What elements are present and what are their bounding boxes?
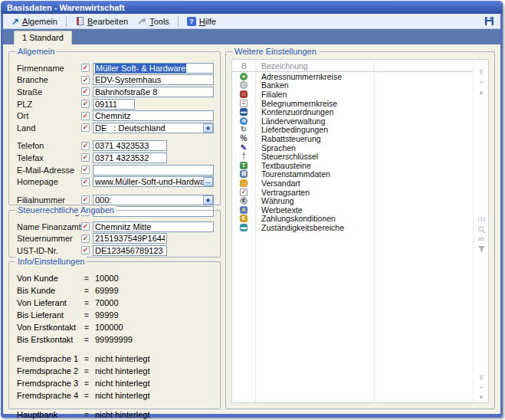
list-item[interactable]: ✎Sprachen	[232, 143, 473, 153]
dropdown-spinner-icon[interactable]: ◆	[203, 123, 213, 133]
edit-check-icon[interactable]: ✓	[81, 76, 90, 84]
list-item[interactable]: →Versandart	[232, 179, 473, 188]
menu-tools[interactable]: Tools	[133, 15, 173, 28]
search-icon[interactable]	[474, 225, 489, 236]
field-value: www.Müller-Soft-und-Hardware.de	[95, 177, 203, 186]
scroll-down-icon[interactable]: ▼	[474, 394, 489, 402]
list-item[interactable]: ⊕Länderverwaltung	[232, 116, 473, 126]
scroll-top-icon[interactable]: ⊼	[474, 69, 489, 77]
window-titlebar[interactable]: Basisdaten - Warenwirtschaft	[1, 1, 503, 14]
row-up-icon[interactable]: +	[474, 79, 489, 87]
text-field[interactable]: 2151937549P1644	[93, 233, 167, 244]
list-item[interactable]: ▬Zuständigkeitsbereiche	[232, 223, 473, 232]
text-field[interactable]: Müller Soft- & Hardware	[93, 63, 214, 74]
dropdown-spinner-icon[interactable]: ◆	[203, 195, 213, 205]
text-field[interactable]: Chemnitz	[93, 110, 214, 121]
save-button[interactable]	[482, 15, 496, 28]
list-item-icon-cell: ⊞	[232, 170, 255, 178]
list-item-icon-cell: †	[232, 153, 255, 160]
filter-icon[interactable]	[474, 245, 489, 255]
list-item[interactable]: ▬Kontenzuordnungen	[232, 107, 473, 116]
edit-check-icon[interactable]: ✓	[81, 142, 90, 150]
field-label: Name Finanzamt	[17, 222, 81, 231]
dropdown-field[interactable]: 000:◆	[93, 195, 214, 205]
text-blocks-icon: T	[240, 162, 248, 169]
edit-check-icon[interactable]: ✓	[81, 222, 90, 231]
field-value: EDV-Systemhaus	[95, 75, 212, 84]
info-label: Von Erstkontakt	[17, 323, 84, 332]
wrench-icon	[137, 16, 146, 27]
field-label: Homepage	[17, 177, 81, 186]
scroll-up-icon[interactable]: ▲	[474, 89, 489, 97]
list-item[interactable]: ✓Vertragsarten	[232, 188, 473, 197]
field-value: 2151937549P1644	[95, 234, 165, 243]
list-item[interactable]: ≡Belegnummernkreise	[232, 99, 473, 108]
text-field[interactable]: Chemnitz Mitte	[93, 221, 214, 232]
address-ranges-icon: ●	[240, 73, 248, 80]
group-allgemein: Allgemein Firmenname✓Müller Soft- & Hard…	[8, 51, 221, 205]
edit-check-icon[interactable]: ✓	[81, 112, 90, 120]
info-row: Von Lieferant=70000	[17, 297, 214, 309]
column-header-b[interactable]: B	[232, 61, 255, 71]
info-value: 70000	[95, 298, 214, 307]
ad-texts-icon: A	[240, 206, 248, 214]
edit-check-icon[interactable]: ✓	[81, 64, 90, 72]
text-field[interactable]: 09111	[93, 99, 135, 110]
list-item[interactable]: €Zahlungskonditionen	[232, 215, 473, 224]
info-label: Von Lieferant	[17, 298, 84, 307]
text-field[interactable]: DE123456789123	[93, 245, 167, 256]
sort-icon[interactable]: ab	[474, 235, 489, 243]
edit-check-icon[interactable]: ✓	[81, 153, 90, 162]
column-header-bezeichnung[interactable]: Bezeichnung	[255, 61, 308, 71]
text-field[interactable]: EDV-Systemhaus	[93, 74, 214, 85]
notepad-icon	[75, 16, 84, 27]
count-icon[interactable]: (1)	[474, 215, 489, 223]
equals-sign: =	[84, 336, 95, 344]
row-down-icon[interactable]: +	[474, 384, 489, 392]
account-mapping-icon: ▬	[240, 108, 248, 116]
equals-sign: =	[84, 274, 95, 283]
edit-check-icon[interactable]: ✓	[81, 87, 90, 96]
edit-check-icon[interactable]: ✓	[81, 178, 90, 186]
info-label: Hauptbank	[17, 410, 84, 419]
list-item[interactable]: ⌂Filialen	[232, 90, 473, 99]
list-item-label: Rabattsteuerung	[255, 134, 321, 143]
list-item[interactable]: ◎Banken	[232, 81, 473, 90]
edit-check-icon[interactable]: ✓	[81, 235, 90, 243]
text-field[interactable]: 0371 4323532	[93, 153, 167, 163]
text-field[interactable]	[93, 165, 214, 176]
window-title: Basisdaten - Warenwirtschaft	[7, 3, 125, 12]
list-item-label: Sprachen	[255, 143, 296, 153]
list-item[interactable]: ↻Lieferbedingungen	[232, 126, 473, 135]
edit-check-icon[interactable]: ✓	[81, 123, 90, 132]
list-item[interactable]: %Rabattsteuerung	[232, 134, 473, 143]
menu-bearbeiten[interactable]: Bearbeiten	[71, 15, 132, 28]
dropdown-field[interactable]: DE : Deutschland◆	[93, 123, 214, 133]
scroll-bottom-icon[interactable]: ⊻	[474, 374, 489, 382]
menu-hilfe[interactable]: ? Hilfe	[183, 16, 220, 27]
text-field[interactable]: Bahnhofstraße 8	[93, 87, 214, 97]
edit-check-icon[interactable]: ✓	[81, 100, 90, 108]
row-spacer	[17, 188, 214, 194]
edit-check-icon[interactable]: ✓	[81, 166, 90, 174]
link-field[interactable]: www.Müller-Soft-und-Hardware.de→	[93, 176, 214, 187]
list-item[interactable]: †Steuerschlüssel	[232, 152, 473, 161]
list-item-label: Versandart	[255, 179, 300, 188]
list-header[interactable]: B Bezeichnung	[232, 60, 473, 72]
equals-sign: =	[84, 287, 95, 295]
list-item[interactable]: TTextbausteine	[232, 161, 473, 170]
contract-types-icon: ✓	[240, 189, 248, 196]
tab-standard[interactable]: 1 Standard	[14, 31, 72, 44]
list-item[interactable]: €Währung	[232, 196, 473, 205]
edit-check-icon[interactable]: ✓	[81, 195, 90, 204]
info-value: nicht hinterlegt	[95, 354, 214, 363]
list-item[interactable]: ⊞Tourenstammdaten	[232, 170, 473, 179]
field-label: Telefax	[17, 153, 81, 162]
open-link-icon[interactable]: →	[203, 177, 213, 186]
menu-allgemein[interactable]: ↗ Algemein	[8, 16, 61, 27]
tab-strip: 1 Standard	[3, 29, 500, 44]
list-item[interactable]: AWerbetexte	[232, 205, 473, 215]
edit-check-icon[interactable]: ✓	[81, 246, 90, 254]
list-item[interactable]: ●Adressnummernkreise	[232, 72, 473, 81]
text-field[interactable]: 0371 4323533	[93, 140, 167, 151]
